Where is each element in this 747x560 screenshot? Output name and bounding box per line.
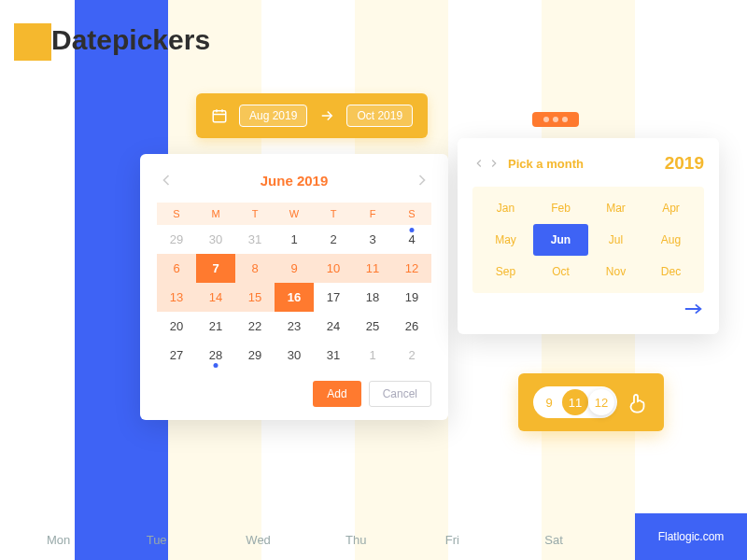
month-picker-year[interactable]: 2019	[665, 153, 704, 174]
calendar-day-header: S	[392, 203, 431, 225]
footer-day-label: Tue	[119, 533, 218, 547]
month-option[interactable]: Nov	[588, 256, 643, 287]
slider-value[interactable]: 9	[536, 389, 562, 415]
slider-value[interactable]: 11	[562, 389, 588, 415]
chevron-left-icon[interactable]	[157, 171, 176, 189]
calendar-day[interactable]: 24	[314, 312, 353, 341]
chevron-right-icon[interactable]	[413, 171, 431, 189]
month-nav[interactable]	[472, 157, 500, 170]
date-range-picker[interactable]: Aug 2019 Oct 2019	[196, 93, 428, 138]
footer-day-label: Thu	[317, 533, 417, 547]
calendar-day[interactable]: 16	[275, 283, 314, 312]
add-button[interactable]: Add	[313, 381, 360, 407]
confirm-arrow[interactable]	[472, 302, 704, 319]
calendar-icon	[211, 107, 228, 124]
calendar-day[interactable]: 15	[235, 283, 275, 312]
calendar-day[interactable]: 14	[196, 283, 235, 312]
month-option[interactable]: Aug	[643, 224, 698, 256]
calendar-day[interactable]: 23	[275, 312, 314, 341]
calendar-day[interactable]: 30	[196, 225, 235, 254]
calendar-day[interactable]: 2	[392, 341, 431, 370]
calendar-day-header: W	[275, 203, 314, 225]
month-option[interactable]: Feb	[533, 192, 588, 224]
calendar-day[interactable]: 8	[235, 254, 275, 283]
calendar-day[interactable]: 2	[314, 225, 353, 254]
calendar-day-header: F	[353, 203, 392, 225]
calendar-day[interactable]: 25	[353, 312, 392, 341]
calendar-day[interactable]: 11	[353, 254, 392, 283]
footer-day-label: Wed	[218, 533, 317, 547]
month-picker-panel: Pick a month 2019 JanFebMarAprMayJunJulA…	[458, 138, 719, 334]
calendar-day-header: M	[196, 203, 235, 225]
month-option[interactable]: Jan	[478, 192, 533, 224]
month-option[interactable]: Apr	[643, 192, 698, 224]
brand-badge[interactable]: Flatlogic.com	[635, 513, 747, 560]
footer-day-label: Mon	[19, 533, 119, 547]
calendar-day[interactable]: 18	[353, 283, 392, 312]
calendar-day[interactable]: 17	[314, 283, 353, 312]
calendar-day[interactable]: 26	[392, 312, 431, 341]
calendar-day[interactable]: 22	[235, 312, 275, 341]
footer-day-label: Sat	[516, 533, 616, 547]
calendar-day[interactable]: 4	[392, 225, 431, 254]
month-option[interactable]: Jun	[533, 224, 588, 256]
footer: MonTueWedThuFriSat Flatlogic.com	[0, 513, 747, 560]
calendar-day[interactable]: 3	[353, 225, 392, 254]
calendar-day[interactable]: 28	[196, 341, 235, 370]
calendar-day[interactable]: 6	[157, 254, 196, 283]
calendar-day[interactable]: 1	[275, 225, 314, 254]
calendar-day[interactable]: 19	[392, 283, 431, 312]
range-from-chip[interactable]: Aug 2019	[239, 105, 307, 127]
month-option[interactable]: Dec	[643, 256, 698, 287]
month-option[interactable]: Mar	[588, 192, 643, 224]
calendar-day[interactable]: 10	[314, 254, 353, 283]
arrow-right-icon	[318, 107, 335, 124]
calendar-day[interactable]: 31	[314, 341, 353, 370]
title-accent-square	[14, 23, 51, 61]
calendar-day[interactable]: 29	[157, 225, 196, 254]
calendar-panel: June 2019 SMTWTFS 2930311234678910111213…	[140, 154, 448, 420]
svg-rect-0	[213, 111, 226, 122]
calendar-day[interactable]: 7	[196, 254, 235, 283]
month-picker-title: Pick a month	[508, 157, 584, 171]
pointer-icon	[627, 391, 649, 413]
calendar-day-header: T	[314, 203, 353, 225]
calendar-day[interactable]: 21	[196, 312, 235, 341]
calendar-day[interactable]: 30	[275, 341, 314, 370]
range-to-chip[interactable]: Oct 2019	[346, 105, 413, 127]
calendar-day[interactable]: 31	[235, 225, 275, 254]
month-option[interactable]: Jul	[588, 224, 643, 256]
window-handle[interactable]	[532, 112, 579, 127]
calendar-day[interactable]: 9	[275, 254, 314, 283]
calendar-day[interactable]: 20	[157, 312, 196, 341]
slider-track[interactable]: 9 11 12	[533, 386, 617, 418]
calendar-day[interactable]: 13	[157, 283, 196, 312]
calendar-day-header: T	[235, 203, 275, 225]
calendar-day[interactable]: 12	[392, 254, 431, 283]
month-option[interactable]: Sep	[478, 256, 533, 287]
calendar-day[interactable]: 29	[235, 341, 275, 370]
calendar-day[interactable]: 1	[353, 341, 392, 370]
calendar-title[interactable]: June 2019	[261, 173, 329, 189]
month-option[interactable]: May	[478, 224, 533, 256]
cancel-button[interactable]: Cancel	[369, 381, 431, 407]
slider-value-selected[interactable]: 12	[588, 389, 614, 415]
page-title: Datepickers	[51, 24, 210, 56]
value-slider[interactable]: 9 11 12	[518, 373, 664, 431]
month-option[interactable]: Oct	[533, 256, 588, 287]
calendar-day[interactable]: 27	[157, 341, 196, 370]
calendar-day-header: S	[157, 203, 196, 225]
footer-day-label: Fri	[417, 533, 517, 547]
